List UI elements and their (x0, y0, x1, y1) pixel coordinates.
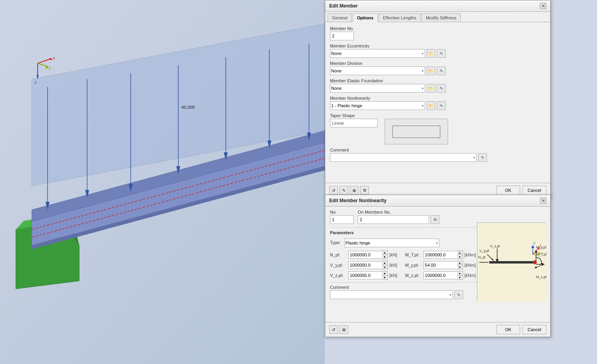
mypl-down-button[interactable]: ▼ (457, 265, 463, 269)
mypl-group: M_y,pl: ▲ ▼ [kNm] (405, 261, 476, 269)
member-table-button[interactable]: ⊞ (350, 186, 359, 195)
mzpl-spinbox[interactable]: ▲ ▼ (457, 271, 463, 280)
tab-general[interactable]: General (328, 13, 352, 22)
parameters-label: Parameters (330, 230, 354, 235)
mzpl-up-button[interactable]: ▲ (457, 271, 463, 275)
nonlinearity-comment-edit-button[interactable]: ✎ (454, 290, 463, 299)
vzpl-unit: [kN] (389, 273, 397, 278)
member-copy-button[interactable]: ⧉ (360, 186, 369, 195)
member-division-label: Member Division (330, 61, 546, 66)
member-nonlinearity-row: Member Nonlinearity 1 - Plastic hinge ▾ … (330, 96, 546, 110)
vypl-up-button[interactable]: ▲ (382, 261, 387, 265)
mzpl-down-button[interactable]: ▼ (457, 275, 463, 279)
svg-text:x: x (540, 243, 542, 247)
vzpl-down-button[interactable]: ▼ (382, 275, 387, 279)
edit-member-titlebar[interactable]: Edit Member ✕ (325, 0, 550, 12)
svg-text:x: x (53, 55, 55, 60)
mzpl-group: M_z,pl: ▲ ▼ [kNm] (405, 271, 476, 280)
svg-text:V_z,pl: V_z,pl (490, 244, 500, 248)
edit-nonlinearity-toolbar: ↺ ⊞ OK Cancel (325, 322, 550, 337)
vypl-input[interactable] (348, 261, 382, 269)
npl-down-button[interactable]: ▼ (382, 255, 387, 259)
edit-nonlinearity-title: Edit Member Nonlinearity (329, 198, 387, 203)
edit-nonlinearity-dialog: Edit Member Nonlinearity ✕ No. On Member… (325, 195, 551, 337)
mtpl-input[interactable] (423, 251, 457, 259)
edit-member-cancel-button[interactable]: Cancel (523, 186, 546, 195)
division-folder-button[interactable]: 📁 (427, 66, 435, 75)
plasticity-diagram: N_pl V_y,pl V_z,pl M_T,pl M_y,pl (477, 222, 546, 301)
comment-edit-button[interactable]: ✎ (478, 153, 487, 162)
mtpl-unit: [kNm] (465, 252, 476, 257)
member-division-select[interactable]: None (330, 66, 425, 75)
vypl-down-button[interactable]: ▼ (382, 265, 387, 269)
undo-button[interactable]: ↺ (329, 186, 338, 195)
svg-text:z: z (534, 241, 536, 245)
vypl-unit: [kN] (389, 263, 397, 267)
nonlinearity-on-members-group: On Members No. ⧉ (358, 210, 439, 224)
nonlinearity-no-group: No. (330, 210, 354, 224)
vzpl-up-button[interactable]: ▲ (382, 271, 387, 275)
member-division-row: Member Division None ▾ 📁 ✎ (330, 61, 546, 75)
mtpl-down-button[interactable]: ▼ (457, 255, 463, 259)
nonlinearity-top-row: No. On Members No. ⧉ (330, 210, 546, 224)
member-no-input[interactable] (330, 32, 354, 40)
nonlinearity-no-input[interactable] (330, 215, 354, 224)
member-eccentricity-select[interactable]: None (330, 49, 425, 58)
comment-row: Comment ▾ ✎ (330, 148, 546, 162)
edit-member-ok-button[interactable]: OK (496, 186, 520, 195)
member-nonlinearity-select[interactable]: 1 - Plastic hinge (330, 101, 425, 110)
tab-modify-stiffness[interactable]: Modify Stiffness (422, 13, 461, 22)
vzpl-spinbox[interactable]: ▲ ▼ (382, 271, 388, 280)
type-select[interactable]: Plastic hinge (344, 239, 439, 247)
npl-unit: [kN] (389, 252, 397, 257)
comment-select[interactable] (330, 153, 477, 162)
edit-nonlinearity-titlebar[interactable]: Edit Member Nonlinearity ✕ (325, 195, 550, 207)
on-members-input[interactable] (358, 215, 429, 224)
mypl-up-button[interactable]: ▲ (457, 261, 463, 265)
comment-label: Comment (330, 148, 546, 152)
svg-text:M_z,pl: M_z,pl (536, 275, 547, 279)
edit-nonlinearity-close-button[interactable]: ✕ (540, 197, 546, 204)
npl-spinbox[interactable]: ▲ ▼ (382, 250, 388, 259)
tab-options[interactable]: Options (353, 13, 378, 22)
mtpl-spinbox[interactable]: ▲ ▼ (457, 250, 463, 259)
mypl-label: M_y,pl: (405, 263, 422, 267)
tab-effective-lengths[interactable]: Effective Lengths (379, 13, 421, 22)
elastic-foundation-folder-button[interactable]: 📁 (427, 84, 435, 93)
edit-nonlinearity-ok-button[interactable]: OK (496, 325, 520, 334)
nonlinearity-table-button[interactable]: ⊞ (340, 325, 348, 334)
edit-nonlinearity-cancel-button[interactable]: Cancel (523, 325, 546, 334)
3d-scene: 45.000 x y z (0, 0, 325, 364)
vypl-spinbox[interactable]: ▲ ▼ (382, 261, 388, 269)
npl-up-button[interactable]: ▲ (382, 251, 387, 255)
on-members-label: On Members No. (358, 210, 439, 214)
vypl-group: V_y,pl: ▲ ▼ [kN] (330, 261, 397, 269)
vzpl-input[interactable] (348, 271, 382, 279)
elastic-foundation-edit-button[interactable]: ✎ (437, 84, 446, 93)
taper-shape-input (330, 119, 378, 127)
on-members-browse-button[interactable]: ⧉ (431, 215, 439, 224)
vzpl-label: V_z,pl: (330, 273, 347, 278)
nonlinearity-edit-button[interactable]: ✎ (437, 101, 446, 110)
mypl-spinbox[interactable]: ▲ ▼ (457, 261, 463, 269)
eccentricity-folder-button[interactable]: 📁 (427, 49, 435, 58)
svg-text:V_y,pl: V_y,pl (479, 249, 489, 253)
edit-member-close-button[interactable]: ✕ (540, 3, 546, 9)
member-elastic-foundation-label: Member Elastic Foundation (330, 78, 546, 83)
eccentricity-edit-button[interactable]: ✎ (437, 49, 446, 58)
nonlinearity-comment-select[interactable] (330, 290, 453, 299)
nonlinearity-folder-button[interactable]: 📁 (427, 101, 435, 110)
member-elastic-foundation-select[interactable]: None (330, 84, 425, 93)
nonlinearity-no-label: No. (330, 210, 354, 214)
mtpl-up-button[interactable]: ▲ (457, 251, 463, 255)
mypl-input[interactable] (423, 261, 457, 269)
member-edit-button[interactable]: ✎ (340, 186, 348, 195)
viewport-3d[interactable]: Visibility mode LC1 Loads [kN/m] (0, 0, 325, 364)
nonlinearity-undo-button[interactable]: ↺ (329, 325, 338, 334)
division-edit-button[interactable]: ✎ (437, 66, 446, 75)
mzpl-unit: [kNm] (465, 273, 476, 278)
mzpl-input[interactable] (423, 271, 457, 279)
npl-input[interactable] (348, 251, 382, 259)
svg-text:y: y (541, 251, 543, 255)
member-eccentricity-label: Member Eccentricity (330, 44, 546, 48)
